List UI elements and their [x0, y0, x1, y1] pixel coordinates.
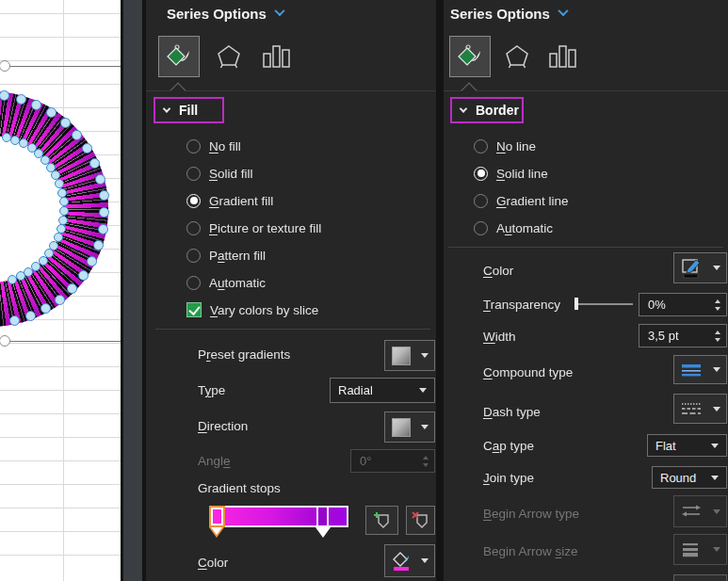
- selection-handle[interactable]: [89, 158, 100, 169]
- radio-icon-selected[interactable]: [474, 167, 488, 181]
- join-type-dropdown[interactable]: Round: [652, 466, 727, 489]
- radio-solid-fill[interactable]: Solid fill: [186, 165, 253, 182]
- radio-icon[interactable]: [186, 139, 201, 153]
- selection-handle[interactable]: [9, 315, 20, 326]
- compound-type-button[interactable]: [673, 355, 727, 384]
- radio-gradient-line[interactable]: Gradient line: [474, 192, 569, 209]
- checkbox-label: Vary colors by slice: [210, 303, 318, 317]
- selected-tab-notch: [170, 83, 186, 99]
- gradient-stop[interactable]: [316, 506, 329, 527]
- type-dropdown[interactable]: Radial: [330, 378, 435, 403]
- selection-handle[interactable]: [99, 207, 109, 218]
- checkbox-checked-icon[interactable]: [186, 302, 202, 317]
- fill-color-button[interactable]: [384, 544, 435, 577]
- dropdown-arrow-icon[interactable]: [713, 407, 720, 412]
- fill-section-header[interactable]: Fill: [154, 97, 224, 123]
- radio-icon[interactable]: [186, 167, 201, 181]
- chart-resize-handle[interactable]: [0, 60, 10, 72]
- radio-icon[interactable]: [186, 221, 201, 235]
- transparency-spinner[interactable]: 0%: [639, 293, 727, 316]
- slider-track[interactable]: [574, 303, 633, 305]
- selection-handle[interactable]: [0, 90, 9, 101]
- radio-icon[interactable]: [186, 249, 201, 263]
- selection-handle[interactable]: [93, 240, 104, 250]
- dropdown-arrow-icon[interactable]: [713, 367, 720, 372]
- selection-handle[interactable]: [59, 197, 69, 206]
- selection-handle[interactable]: [40, 303, 51, 314]
- radio-no-line[interactable]: No line: [474, 137, 536, 154]
- chevron-down-icon[interactable]: [274, 5, 284, 15]
- radio-automatic-line[interactable]: Automatic: [474, 219, 553, 236]
- add-gradient-stop-button[interactable]: [365, 506, 398, 535]
- radio-no-fill[interactable]: No fill: [186, 137, 241, 154]
- chevron-down-icon[interactable]: [558, 5, 568, 15]
- series-options-header[interactable]: Series Options: [167, 6, 283, 22]
- selection-handle[interactable]: [95, 174, 105, 185]
- selection-handle[interactable]: [72, 130, 82, 140]
- dropdown-arrow-icon[interactable]: [421, 425, 429, 429]
- selection-handle[interactable]: [31, 262, 40, 271]
- radio-icon[interactable]: [474, 139, 488, 153]
- selection-handle[interactable]: [16, 94, 26, 105]
- tab-fill-line[interactable]: [158, 36, 200, 77]
- selection-handle[interactable]: [8, 275, 17, 284]
- selection-handle[interactable]: [87, 256, 97, 266]
- tab-series-options[interactable]: [255, 36, 297, 77]
- doughnut-chart-series[interactable]: [0, 91, 108, 327]
- chart-resize-handle[interactable]: [0, 335, 10, 347]
- dash-type-button[interactable]: [673, 394, 727, 424]
- worksheet-scrollbar[interactable]: [123, 0, 142, 581]
- radio-pattern-fill[interactable]: Pattern fill: [186, 247, 266, 264]
- selection-handle[interactable]: [67, 283, 77, 294]
- direction-button[interactable]: [384, 412, 435, 443]
- tab-underline: [146, 90, 436, 91]
- radio-solid-line[interactable]: Solid line: [474, 165, 548, 182]
- spinner-buttons[interactable]: [715, 331, 720, 342]
- dropdown-arrow-icon[interactable]: [421, 353, 429, 358]
- preset-gradients-button[interactable]: [384, 340, 435, 371]
- selection-handle[interactable]: [55, 295, 65, 305]
- gradient-stops-bar[interactable]: [209, 506, 348, 527]
- gradient-stop-pointer[interactable]: [315, 527, 331, 538]
- selection-handle[interactable]: [60, 118, 71, 128]
- selection-handle[interactable]: [98, 224, 108, 234]
- radio-icon[interactable]: [186, 276, 201, 290]
- cap-type-value: Flat: [655, 439, 676, 453]
- spinner-buttons[interactable]: [715, 299, 720, 311]
- selection-handle[interactable]: [55, 179, 64, 188]
- selection-handle[interactable]: [31, 100, 41, 110]
- border-section-header[interactable]: Border: [450, 97, 524, 123]
- selection-handle[interactable]: [78, 270, 89, 281]
- border-color-button[interactable]: [673, 252, 727, 283]
- tab-fill-line[interactable]: [449, 36, 491, 77]
- selection-handle[interactable]: [24, 267, 33, 277]
- tab-series-options[interactable]: [542, 36, 583, 77]
- selection-handle[interactable]: [57, 188, 67, 198]
- gradient-stop-pointer-selected[interactable]: [209, 527, 224, 538]
- tab-effects[interactable]: [208, 36, 250, 77]
- selection-handle[interactable]: [46, 107, 57, 118]
- selection-handle[interactable]: [58, 216, 68, 225]
- selection-handle[interactable]: [82, 143, 92, 153]
- dropdown-arrow-icon[interactable]: [713, 266, 720, 270]
- radio-automatic-fill[interactable]: Automatic: [186, 274, 266, 291]
- radio-picture-texture-fill[interactable]: Picture or texture fill: [186, 219, 321, 236]
- remove-gradient-stop-button[interactable]: [406, 506, 435, 535]
- dropdown-arrow-icon[interactable]: [421, 558, 429, 563]
- radio-icon-selected[interactable]: [186, 194, 201, 208]
- width-spinner[interactable]: 3,5 pt: [639, 324, 727, 347]
- cap-type-dropdown[interactable]: Flat: [647, 434, 727, 457]
- transparency-slider[interactable]: [574, 298, 633, 311]
- selection-handle[interactable]: [16, 271, 25, 281]
- checkbox-vary-colors-by-slice[interactable]: Vary colors by slice: [186, 301, 318, 318]
- gradient-stop-selected[interactable]: [209, 506, 225, 527]
- selection-handle[interactable]: [59, 206, 69, 216]
- selection-handle[interactable]: [99, 190, 109, 201]
- radio-gradient-fill[interactable]: Gradient fill: [186, 192, 273, 209]
- series-options-header[interactable]: Series Options: [450, 6, 567, 22]
- selection-handle[interactable]: [25, 311, 36, 321]
- radio-icon[interactable]: [474, 194, 488, 208]
- tab-effects[interactable]: [496, 36, 538, 77]
- radio-icon[interactable]: [474, 221, 488, 235]
- slider-thumb[interactable]: [574, 298, 578, 310]
